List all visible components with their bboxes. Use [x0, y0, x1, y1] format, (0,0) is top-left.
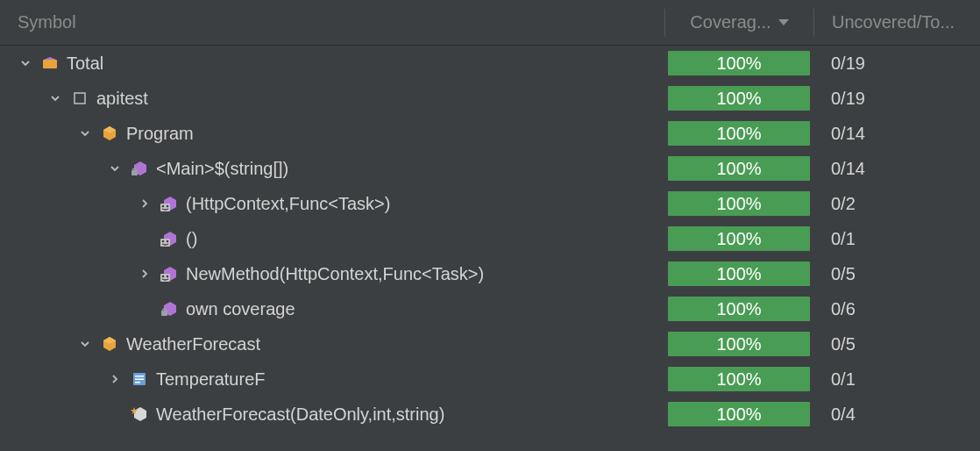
row-uncovered-cell: 0/5 — [813, 264, 980, 284]
tree-row[interactable]: apitest100%0/19 — [0, 81, 980, 116]
module-icon — [70, 89, 89, 108]
tree-row[interactable]: Total100%0/19 — [0, 46, 980, 81]
tree-row[interactable]: NewMethod(HttpContext,Func<Task>)100%0/5 — [0, 256, 980, 291]
header-symbol[interactable]: Symbol — [0, 12, 664, 32]
chevron-down-icon[interactable] — [18, 55, 33, 71]
lambda-icon — [160, 229, 179, 248]
coverage-bar: 100% — [668, 191, 810, 216]
lambda-icon — [160, 194, 179, 213]
svg-point-8 — [162, 240, 165, 243]
chevron-right-icon[interactable] — [107, 371, 123, 387]
coverage-bar: 100% — [668, 226, 810, 251]
row-uncovered-cell: 0/14 — [813, 124, 980, 144]
coverage-bar: 100% — [668, 367, 810, 391]
row-coverage-cell: 100% — [664, 402, 813, 426]
row-label: WeatherForecast — [126, 334, 260, 354]
row-label: TemperatureF — [156, 369, 266, 390]
row-symbol-cell: Program — [0, 124, 664, 144]
row-label: <Main>$(string[]) — [156, 159, 288, 179]
row-label: Program — [126, 124, 194, 144]
method-lock-icon — [160, 299, 179, 319]
row-label: (HttpContext,Func<Task>) — [186, 194, 390, 214]
row-symbol-cell: own coverage — [0, 299, 664, 319]
svg-point-11 — [162, 276, 165, 278]
row-uncovered-cell: 0/6 — [813, 299, 980, 319]
row-symbol-cell: apitest — [0, 89, 664, 109]
row-coverage-cell: 100% — [664, 121, 813, 146]
chevron-down-icon[interactable] — [47, 90, 63, 106]
row-label: apitest — [96, 89, 148, 109]
row-coverage-cell: 100% — [664, 191, 813, 216]
row-symbol-cell: WeatherForecast(DateOnly,int,string) — [0, 404, 664, 425]
svg-point-6 — [167, 205, 169, 208]
svg-rect-1 — [75, 93, 85, 104]
row-uncovered-cell: 0/2 — [813, 194, 980, 214]
row-coverage-cell: 100% — [664, 226, 813, 251]
method-star-icon — [130, 404, 149, 424]
row-symbol-cell: Total — [0, 54, 664, 74]
row-symbol-cell: (HttpContext,Func<Task>) — [0, 194, 664, 214]
header-coverage[interactable]: Coverag... — [664, 9, 813, 37]
tree-row[interactable]: <Main>$(string[])100%0/14 — [0, 151, 980, 186]
chevron-placeholder — [137, 301, 153, 317]
row-coverage-cell: 100% — [664, 332, 813, 356]
chevron-placeholder — [107, 406, 123, 422]
row-symbol-cell: NewMethod(HttpContext,Func<Task>) — [0, 264, 664, 284]
coverage-bar: 100% — [668, 402, 810, 426]
coverage-bar: 100% — [668, 86, 810, 111]
row-uncovered-cell: 0/1 — [813, 229, 980, 249]
table-header: Symbol Coverag... Uncovered/To... — [0, 0, 980, 46]
row-coverage-cell: 100% — [664, 86, 813, 111]
coverage-bar: 100% — [668, 297, 810, 321]
row-label: Total — [67, 54, 103, 74]
tree-row[interactable]: TemperatureF100%0/1 — [0, 362, 980, 397]
row-coverage-cell: 100% — [664, 51, 813, 75]
chevron-right-icon[interactable] — [137, 266, 153, 282]
chevron-down-icon[interactable] — [107, 161, 123, 176]
row-uncovered-cell: 0/19 — [813, 54, 980, 74]
row-uncovered-cell: 0/5 — [813, 334, 980, 354]
row-uncovered-cell: 0/4 — [813, 404, 980, 425]
row-label: NewMethod(HttpContext,Func<Task>) — [186, 264, 484, 284]
row-coverage-cell: 100% — [664, 156, 813, 181]
row-symbol-cell: <Main>$(string[]) — [0, 159, 664, 179]
coverage-bar: 100% — [668, 332, 810, 356]
chevron-down-icon[interactable] — [77, 336, 93, 352]
svg-point-9 — [167, 240, 169, 243]
row-uncovered-cell: 0/19 — [813, 89, 980, 109]
tree-row[interactable]: Program100%0/14 — [0, 116, 980, 151]
row-uncovered-cell: 0/1 — [813, 369, 980, 390]
row-coverage-cell: 100% — [664, 261, 813, 286]
row-label: WeatherForecast(DateOnly,int,string) — [156, 404, 444, 425]
header-coverage-label: Coverag... — [690, 12, 771, 32]
chevron-right-icon[interactable] — [137, 196, 153, 211]
tree-row[interactable]: ()100%0/1 — [0, 221, 980, 256]
row-symbol-cell: () — [0, 229, 664, 249]
method-lock-icon — [130, 159, 149, 178]
chevron-placeholder — [137, 231, 153, 247]
tree-row[interactable]: WeatherForecast(DateOnly,int,string)100%… — [0, 397, 980, 432]
sort-descending-icon — [778, 19, 789, 25]
svg-rect-16 — [135, 376, 144, 377]
svg-point-12 — [167, 276, 169, 278]
header-uncovered[interactable]: Uncovered/To... — [813, 9, 980, 37]
row-symbol-cell: TemperatureF — [0, 369, 664, 390]
svg-rect-17 — [135, 379, 144, 381]
coverage-bar: 100% — [668, 261, 810, 286]
svg-rect-0 — [43, 60, 57, 68]
tree-rows: Total100%0/19apitest100%0/19Program100%0… — [0, 46, 980, 432]
lambda-icon — [160, 264, 179, 283]
row-label: own coverage — [186, 299, 295, 319]
row-symbol-cell: WeatherForecast — [0, 334, 664, 354]
svg-point-5 — [162, 205, 165, 208]
folder-icon — [40, 54, 60, 73]
tree-row[interactable]: WeatherForecast100%0/5 — [0, 326, 980, 362]
tree-row[interactable]: (HttpContext,Func<Task>)100%0/2 — [0, 186, 980, 221]
coverage-bar: 100% — [668, 51, 810, 75]
row-coverage-cell: 100% — [664, 367, 813, 391]
property-icon — [130, 369, 149, 389]
row-label: () — [186, 229, 197, 249]
tree-row[interactable]: own coverage100%0/6 — [0, 291, 980, 326]
class-icon — [100, 124, 119, 143]
chevron-down-icon[interactable] — [77, 125, 93, 141]
